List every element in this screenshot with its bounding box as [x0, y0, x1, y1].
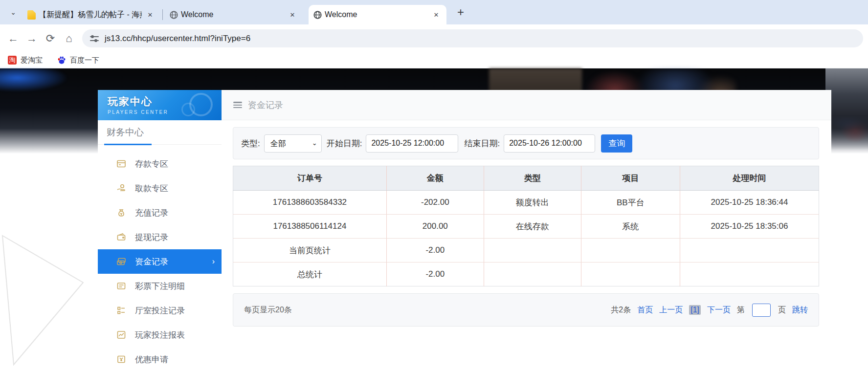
sidebar-item-label: 取款专区 [135, 183, 168, 194]
sidebar-header: 玩家中心 PLAYERS CENTER [98, 90, 222, 120]
sidebar-item-label: 充值记录 [135, 207, 168, 219]
main-content: 资金记录 类型: 全部 ⌄ 开始日期: 结束日期: 查询 [222, 90, 831, 372]
end-date-label: 结束日期: [464, 138, 500, 149]
funds-records-table: 订单号 金额 类型 项目 处理时间 1761388603584332 -202.… [233, 166, 819, 286]
end-date-input[interactable] [504, 134, 595, 153]
cell-amount: -2.00 [386, 239, 484, 263]
banner-blue-glow [0, 68, 68, 92]
type-select[interactable]: 全部 [264, 134, 322, 153]
cell-amount: 200.00 [386, 215, 484, 239]
browser-tab-3-active[interactable]: Welcome ✕ [309, 5, 446, 24]
list-card-icon [116, 281, 126, 291]
bookmark-baidu[interactable]: 百度一下 [57, 56, 99, 65]
cell-label: 总统计 [233, 263, 387, 286]
total-count-text: 共2条 [611, 305, 631, 315]
cell-amount: -2.00 [386, 263, 484, 286]
chevron-right-icon: › [212, 257, 215, 266]
sidebar-menu: 存款专区 取款专区 充值记录 提现记录 [98, 145, 222, 372]
sidebar-item-label: 优惠申请 [135, 354, 168, 365]
bookmark-label: 百度一下 [70, 56, 99, 65]
start-date-input[interactable] [366, 134, 458, 153]
back-button[interactable]: ← [4, 29, 22, 48]
col-header-project: 项目 [581, 166, 680, 191]
cell-order-no: 1761388506114124 [233, 215, 387, 239]
sidebar-item-label: 彩票下注明细 [135, 281, 185, 292]
tab-search-chevron-icon[interactable]: ⌄ [6, 5, 21, 20]
prev-page-link[interactable]: 上一页 [659, 305, 683, 315]
cell-amount: -202.00 [386, 191, 484, 215]
tab-title: Welcome [181, 10, 284, 19]
globe-favicon-icon [170, 11, 178, 19]
sidebar-item-label: 玩家投注报表 [135, 329, 185, 341]
browser-tab-2[interactable]: Welcome ✕ [165, 5, 303, 24]
table-row: 1761388506114124 200.00 在线存款 系统 2025-10-… [233, 215, 819, 239]
table-header-row: 订单号 金额 类型 项目 处理时间 [233, 166, 819, 191]
tab-close-icon[interactable]: ✕ [145, 9, 156, 20]
forward-button[interactable]: → [22, 29, 41, 48]
jump-suffix-label: 页 [778, 305, 786, 315]
hamburger-menu-icon[interactable] [233, 102, 242, 108]
filter-bar: 类型: 全部 ⌄ 开始日期: 结束日期: 查询 [233, 127, 819, 159]
taobao-icon: 淘 [8, 56, 17, 65]
cell-order-no: 1761388603584332 [233, 191, 387, 215]
baidu-paw-icon [57, 56, 66, 65]
tab-close-icon[interactable]: ✕ [287, 9, 298, 20]
bookmark-aitaobao[interactable]: 淘 爱淘宝 [8, 56, 43, 65]
banner-photo-patch [825, 68, 868, 154]
search-button[interactable]: 查询 [601, 134, 632, 153]
site-settings-icon[interactable] [90, 35, 99, 42]
browser-tab-1[interactable]: 【新提醒】杨雪儿的帖子 - 海燕 ✕ [22, 5, 160, 24]
table-row-grand-total: 总统计 -2.00 [233, 263, 819, 286]
sidebar-item-label: 资金记录 [135, 256, 168, 267]
bookmarks-bar: 淘 爱淘宝 百度一下 [0, 52, 868, 68]
first-page-link[interactable]: 首页 [637, 305, 653, 315]
sidebar-item-funds-records[interactable]: 资金记录 › [98, 249, 222, 274]
wallet-icon [116, 232, 126, 242]
main-header: 资金记录 [222, 90, 831, 120]
tab-close-icon[interactable]: ✕ [431, 9, 442, 20]
bookmark-label: 爱淘宝 [21, 56, 43, 65]
tab-title: 【新提醒】杨雪儿的帖子 - 海燕 [39, 10, 142, 20]
jump-prefix-label: 第 [737, 305, 745, 315]
col-header-amount: 金额 [386, 166, 484, 191]
home-button[interactable]: ⌂ [60, 29, 78, 48]
banknotes-icon [116, 257, 126, 266]
page-title: 资金记录 [248, 99, 283, 111]
cell-project: BB平台 [581, 191, 680, 215]
checklist-icon [116, 306, 126, 315]
sidebar-item-lottery-bet-details[interactable]: 彩票下注明细 [98, 274, 222, 298]
sidebar-item-withdrawal-records[interactable]: 提现记录 [98, 225, 222, 249]
reload-button[interactable]: ⟳ [41, 29, 60, 48]
page-size-text: 每页显示20条 [244, 305, 292, 315]
sidebar-item-recharge-records[interactable]: 充值记录 [98, 200, 222, 225]
sidebar-item-label: 厅室投注记录 [135, 305, 185, 316]
col-header-type: 类型 [484, 166, 581, 191]
cell-time: 2025-10-25 18:36:44 [680, 191, 819, 215]
col-header-order-no: 订单号 [233, 166, 387, 191]
url-text[interactable]: js13.cc/hhcp/usercenter.html?iniType=6 [105, 34, 250, 44]
sidebar-item-player-bet-report[interactable]: 玩家投注报表 [98, 323, 222, 347]
sidebar-item-hall-bet-records[interactable]: 厅室投注记录 [98, 298, 222, 323]
table-row-page-total: 当前页统计 -2.00 [233, 239, 819, 263]
new-tab-button[interactable]: + [453, 5, 468, 20]
browser-toolbar: ← → ⟳ ⌂ js13.cc/hhcp/usercenter.html?ini… [0, 24, 868, 52]
sidebar-section-finance: 财务中心 [98, 120, 222, 145]
sidebar-item-deposit-zone[interactable]: 存款专区 [98, 152, 222, 176]
browser-tab-strip: ⌄ 【新提醒】杨雪儿的帖子 - 海燕 ✕ Welcome ✕ Welcome ✕… [0, 0, 868, 24]
col-header-time: 处理时间 [680, 166, 819, 191]
money-bag-icon [116, 208, 126, 218]
sidebar-item-withdraw-zone[interactable]: 取款专区 [98, 176, 222, 200]
sidebar-item-promo-apply[interactable]: 优惠申请 [98, 347, 222, 372]
current-page-badge: [1] [689, 305, 701, 315]
jump-button[interactable]: 跳转 [792, 305, 808, 315]
jump-page-input[interactable] [752, 304, 771, 317]
sidebar-item-label: 提现记录 [135, 232, 168, 243]
cell-project: 系统 [581, 215, 680, 239]
address-bar[interactable]: js13.cc/hhcp/usercenter.html?iniType=6 [82, 29, 863, 47]
main-body: 类型: 全部 ⌄ 开始日期: 结束日期: 查询 [222, 120, 831, 327]
sidebar-item-label: 存款专区 [135, 158, 168, 170]
pagination-bar: 每页显示20条 共2条 首页 上一页 [1] 下一页 第 页 跳转 [233, 293, 819, 327]
deposit-card-icon [116, 159, 126, 169]
page-content: 玩家中心 PLAYERS CENTER 财务中心 存款专区 取款专区 [0, 68, 868, 372]
next-page-link[interactable]: 下一页 [707, 305, 731, 315]
